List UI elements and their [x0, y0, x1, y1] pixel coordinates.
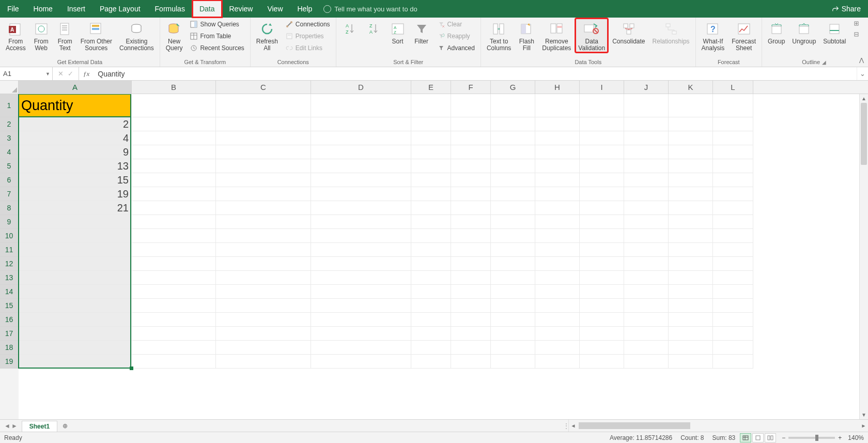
- cell-A10[interactable]: [19, 229, 132, 243]
- cell-D2[interactable]: [311, 117, 411, 131]
- row-header-19[interactable]: 19: [0, 355, 19, 369]
- cell-E19[interactable]: [411, 355, 451, 369]
- row-header-10[interactable]: 10: [0, 229, 19, 243]
- cell-F16[interactable]: [451, 313, 491, 327]
- cell-G8[interactable]: [491, 201, 535, 215]
- outline-dialog-launcher[interactable]: ◢: [822, 59, 826, 65]
- cell-B9[interactable]: [132, 215, 216, 229]
- cell-J19[interactable]: [624, 355, 669, 369]
- cell-E14[interactable]: [411, 285, 451, 299]
- cell-E3[interactable]: [411, 131, 451, 145]
- cell-G4[interactable]: [491, 145, 535, 159]
- add-sheet-button[interactable]: ⊕: [57, 420, 73, 432]
- cell-G12[interactable]: [491, 257, 535, 271]
- zoom-level[interactable]: 140%: [848, 434, 864, 441]
- cell-F6[interactable]: [451, 173, 491, 187]
- cell-A17[interactable]: [19, 327, 132, 341]
- cell-K4[interactable]: [669, 145, 713, 159]
- row-header-17[interactable]: 17: [0, 327, 19, 341]
- reapply-button[interactable]: Reapply: [435, 30, 477, 42]
- cell-K5[interactable]: [669, 159, 713, 173]
- name-box[interactable]: A1▼: [0, 67, 53, 80]
- cell-G5[interactable]: [491, 159, 535, 173]
- row-header-2[interactable]: 2: [0, 117, 19, 131]
- cell-E10[interactable]: [411, 229, 451, 243]
- cell-J11[interactable]: [624, 243, 669, 257]
- cell-J13[interactable]: [624, 271, 669, 285]
- tab-split-handle[interactable]: ⋮: [564, 420, 568, 432]
- cell-K12[interactable]: [669, 257, 713, 271]
- cell-G9[interactable]: [491, 215, 535, 229]
- cell-G17[interactable]: [491, 327, 535, 341]
- column-header-C[interactable]: C: [216, 81, 311, 94]
- connections-button[interactable]: Connections: [283, 19, 333, 30]
- cell-F5[interactable]: [451, 159, 491, 173]
- cell-F2[interactable]: [451, 117, 491, 131]
- vertical-scrollbar[interactable]: ▲ ▼: [859, 94, 868, 419]
- cell-I3[interactable]: [580, 131, 624, 145]
- cell-J15[interactable]: [624, 299, 669, 313]
- cell-D3[interactable]: [311, 131, 411, 145]
- expand-formula-bar-button[interactable]: ⌄: [857, 67, 868, 80]
- row-header-5[interactable]: 5: [0, 159, 19, 173]
- cell-L12[interactable]: [713, 257, 753, 271]
- cell-K2[interactable]: [669, 117, 713, 131]
- cell-G1[interactable]: [491, 94, 535, 117]
- cell-E13[interactable]: [411, 271, 451, 285]
- subtotal-button[interactable]: Subtotal: [820, 19, 848, 45]
- cell-L6[interactable]: [713, 173, 753, 187]
- cell-L19[interactable]: [713, 355, 753, 369]
- cell-I12[interactable]: [580, 257, 624, 271]
- cell-J7[interactable]: [624, 187, 669, 201]
- row-header-14[interactable]: 14: [0, 285, 19, 299]
- cell-B4[interactable]: [132, 145, 216, 159]
- column-header-J[interactable]: J: [624, 81, 669, 94]
- cell-F9[interactable]: [451, 215, 491, 229]
- cell-C10[interactable]: [216, 229, 311, 243]
- scroll-right-button[interactable]: ►: [859, 423, 868, 429]
- row-header-8[interactable]: 8: [0, 201, 19, 215]
- cell-H16[interactable]: [535, 313, 580, 327]
- cell-F13[interactable]: [451, 271, 491, 285]
- cell-A5[interactable]: 13: [19, 159, 132, 173]
- cell-E1[interactable]: [411, 94, 451, 117]
- cell-A7[interactable]: 19: [19, 187, 132, 201]
- row-header-11[interactable]: 11: [0, 243, 19, 257]
- cell-K9[interactable]: [669, 215, 713, 229]
- remove-duplicates-button[interactable]: Remove Duplicates: [539, 19, 574, 52]
- cell-L7[interactable]: [713, 187, 753, 201]
- cell-L10[interactable]: [713, 229, 753, 243]
- scroll-down-button[interactable]: ▼: [860, 410, 868, 419]
- cell-I4[interactable]: [580, 145, 624, 159]
- row-header-7[interactable]: 7: [0, 187, 19, 201]
- cell-J6[interactable]: [624, 173, 669, 187]
- cell-H14[interactable]: [535, 285, 580, 299]
- cell-G3[interactable]: [491, 131, 535, 145]
- cell-C4[interactable]: [216, 145, 311, 159]
- cell-C9[interactable]: [216, 215, 311, 229]
- show-detail-button[interactable]: [853, 19, 863, 29]
- cell-D18[interactable]: [311, 341, 411, 355]
- new-query-button[interactable]: New Query: [163, 19, 185, 52]
- cell-H8[interactable]: [535, 201, 580, 215]
- cell-I11[interactable]: [580, 243, 624, 257]
- cell-L1[interactable]: [713, 94, 753, 117]
- cell-G7[interactable]: [491, 187, 535, 201]
- cell-H6[interactable]: [535, 173, 580, 187]
- view-page-layout-button[interactable]: [752, 433, 764, 442]
- tab-page-layout[interactable]: Page Layout: [92, 0, 148, 18]
- cell-I15[interactable]: [580, 299, 624, 313]
- cell-H19[interactable]: [535, 355, 580, 369]
- cell-F8[interactable]: [451, 201, 491, 215]
- cell-H17[interactable]: [535, 327, 580, 341]
- cell-B14[interactable]: [132, 285, 216, 299]
- share-button[interactable]: Share: [825, 0, 868, 18]
- cell-I8[interactable]: [580, 201, 624, 215]
- cell-L13[interactable]: [713, 271, 753, 285]
- sheet-nav-prev[interactable]: ◄: [4, 422, 10, 430]
- cell-B1[interactable]: [132, 94, 216, 117]
- cell-A16[interactable]: [19, 313, 132, 327]
- column-header-F[interactable]: F: [451, 81, 491, 94]
- cell-B19[interactable]: [132, 355, 216, 369]
- what-if-button[interactable]: ?What-If Analysis: [699, 19, 727, 52]
